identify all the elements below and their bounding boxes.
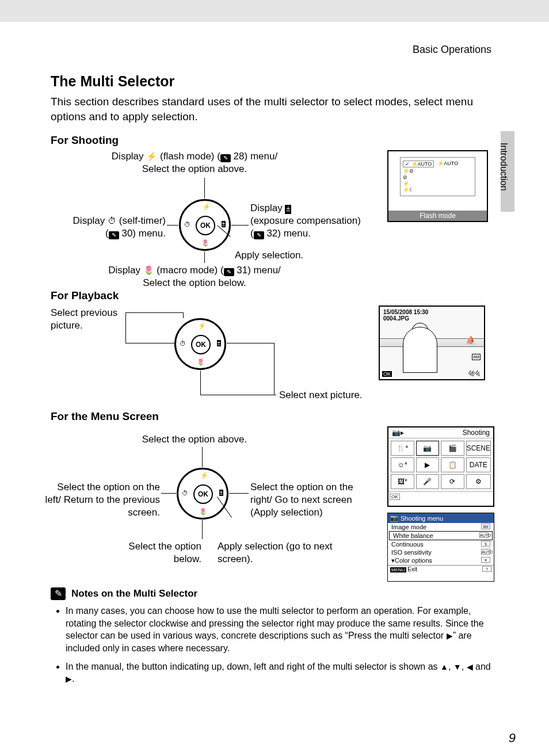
menu-bottom-annotation: Select the option below. bbox=[104, 540, 201, 566]
right-arrow-icon: ▶ bbox=[447, 631, 453, 640]
flash-option: ⚡AUTO bbox=[437, 161, 458, 167]
dial-flash-icon: ⚡ bbox=[203, 203, 211, 211]
exposure-comp-icon: ± bbox=[285, 205, 291, 214]
dial-macro-icon: 🌷 bbox=[201, 239, 209, 247]
flash-option: ⊘ bbox=[403, 174, 407, 180]
menu-item: Image mode8M bbox=[388, 523, 494, 531]
multi-selector-dial: ⚡ 🌷 ⏱ ± OK bbox=[177, 468, 228, 520]
notes-list: In many cases, you can choose how to use… bbox=[51, 605, 498, 685]
flash-option: ⚡☾ bbox=[403, 187, 414, 193]
dial-timer-icon: ⏱ bbox=[184, 221, 190, 228]
side-label: Introduction bbox=[498, 143, 509, 191]
camera-icon: 📷 bbox=[390, 514, 398, 522]
multi-selector-dial: ⚡ 🌷 ⏱ ± OK bbox=[174, 318, 226, 370]
mode-grid-screen: 📷▸Shooting 🍴* 📷 🎬 SCENE ☺* ▶ 📋 DATE 🖼* 🎤… bbox=[387, 426, 494, 507]
playback-heading: For Playback bbox=[51, 289, 498, 302]
menu-badge: MENU bbox=[390, 567, 406, 572]
playback-ok-icon: OK bbox=[382, 371, 392, 377]
menu-item: ISO sensitivityAUTO bbox=[388, 548, 494, 556]
flash-icon: ⚡ bbox=[146, 151, 157, 162]
mode-cell: DATE bbox=[466, 457, 491, 472]
flash-option-selected: ✓ ⚡AUTO bbox=[403, 161, 434, 167]
shooting-diagram: Display ⚡ (flash mode) (✎ 28) menu/ Sele… bbox=[51, 150, 498, 282]
playback-screen: 15/05/2008 15:300004.JPG ⛵ 4/ 4 OK 8M bbox=[379, 306, 485, 380]
menu-item: ContinuousS bbox=[388, 540, 494, 548]
mode-cell: SCENE bbox=[466, 441, 491, 456]
menu-item: ▾Color options✕ bbox=[388, 556, 494, 565]
playback-prev-annotation: Select previous picture. bbox=[51, 307, 137, 332]
playback-diagram: Select previous picture. Select next pic… bbox=[51, 306, 498, 403]
ok-badge: OK bbox=[390, 494, 400, 500]
page-ref-icon: ✎ bbox=[224, 268, 234, 276]
page-title: The Multi Selector bbox=[51, 73, 498, 90]
help-icon: ? bbox=[482, 566, 491, 572]
ok-button: OK bbox=[193, 484, 213, 504]
mode-grid-title: Shooting bbox=[463, 429, 490, 437]
menu-apply-annotation: Apply selection (go to next screen). bbox=[218, 540, 333, 566]
playback-next-annotation: Select next picture. bbox=[279, 389, 363, 402]
left-arrow-icon: ◀ bbox=[467, 662, 473, 671]
page-ref-icon: ✎ bbox=[109, 231, 119, 239]
flash-mode-screen: ✓ ⚡AUTO⚡AUTO ⚡⊘ ⊘ ⚡ ⚡☾ Flash mode bbox=[387, 150, 488, 222]
shooting-apply-annotation: Apply selection. bbox=[235, 249, 303, 262]
ok-button: OK bbox=[196, 216, 215, 235]
mode-cell: 🖼* bbox=[391, 474, 414, 489]
flash-option: ⚡⊘ bbox=[403, 168, 414, 174]
menu-left-annotation: Select the option on the left/ Return to… bbox=[45, 481, 160, 519]
mode-cell-selected: 📷 bbox=[416, 441, 440, 456]
playback-counter: 4/ 4 bbox=[469, 370, 479, 377]
page-ref-icon: ✎ bbox=[254, 231, 264, 239]
flash-option: ⚡ bbox=[403, 181, 409, 186]
mode-cell: 🎬 bbox=[441, 441, 464, 456]
intro-text: This section describes standard uses of … bbox=[51, 94, 498, 124]
page-number: 9 bbox=[509, 731, 516, 746]
macro-icon: 🌷 bbox=[143, 265, 154, 276]
notes-header: ✎ Notes on the Multi Selector bbox=[51, 587, 498, 600]
page-ref-icon: ✎ bbox=[220, 154, 231, 162]
mode-cell: 🎤 bbox=[416, 474, 440, 489]
playback-sailboat-icon: ⛵ bbox=[466, 335, 475, 345]
section-header: Basic Operations bbox=[0, 22, 549, 56]
right-arrow-icon: ▶ bbox=[66, 674, 72, 684]
menu-top-annotation: Select the option above. bbox=[120, 433, 269, 446]
mode-cell: 🍴* bbox=[391, 441, 414, 456]
mode-cell: ☺* bbox=[391, 457, 414, 472]
down-arrow-icon: ▼ bbox=[453, 662, 462, 671]
shooting-bottom-annotation: Display 🌷 (macro mode) (✎ 31) menu/ Sele… bbox=[68, 264, 321, 289]
mode-cell: ⚙ bbox=[466, 474, 491, 489]
menu-diagram: Select the option above. Select the opti… bbox=[51, 426, 498, 582]
shooting-menu-screen: 📷Shooting menu Image mode8M White balanc… bbox=[387, 513, 494, 582]
playback-timestamp: 15/05/2008 15:300004.JPG bbox=[383, 309, 428, 322]
shooting-right-annotation: Display ± (exposure compensation) (✎ 32)… bbox=[250, 202, 383, 240]
menu-heading: For the Menu Screen bbox=[51, 410, 498, 423]
mode-cell: 📋 bbox=[441, 457, 464, 472]
camera-icon: 📷▸ bbox=[392, 429, 404, 437]
menu-item-selected: White balanceAUTO bbox=[389, 531, 493, 540]
self-timer-icon: ⏱ bbox=[108, 215, 116, 227]
playback-person-body bbox=[403, 327, 437, 373]
notes-icon: ✎ bbox=[51, 587, 66, 600]
mode-cell: ⟳ bbox=[441, 474, 464, 489]
menu-right-annotation: Select the option on the right/ Go to ne… bbox=[250, 481, 371, 519]
up-arrow-icon: ▲ bbox=[440, 662, 448, 671]
image-size-badge: 8M bbox=[472, 354, 481, 360]
mode-cell: ▶ bbox=[416, 457, 440, 472]
note-item: In the manual, the button indicating up,… bbox=[66, 660, 498, 685]
multi-selector-dial: ⚡ 🌷 ⏱ ± OK bbox=[179, 199, 231, 251]
flash-mode-caption: Flash mode bbox=[388, 211, 487, 221]
notes-title: Notes on the Multi Selector bbox=[71, 588, 197, 600]
ok-button: OK bbox=[191, 335, 211, 354]
dial-exp-icon: ± bbox=[222, 221, 226, 227]
shooting-heading: For Shooting bbox=[51, 134, 498, 147]
note-item: In many cases, you can choose how to use… bbox=[66, 605, 498, 654]
shooting-left-annotation: Display ⏱ (self-timer) (✎ 30) menu. bbox=[45, 215, 166, 240]
shooting-top-annotation: Display ⚡ (flash mode) (✎ 28) menu/ Sele… bbox=[85, 150, 304, 175]
shooting-menu-title: Shooting menu bbox=[401, 515, 443, 522]
